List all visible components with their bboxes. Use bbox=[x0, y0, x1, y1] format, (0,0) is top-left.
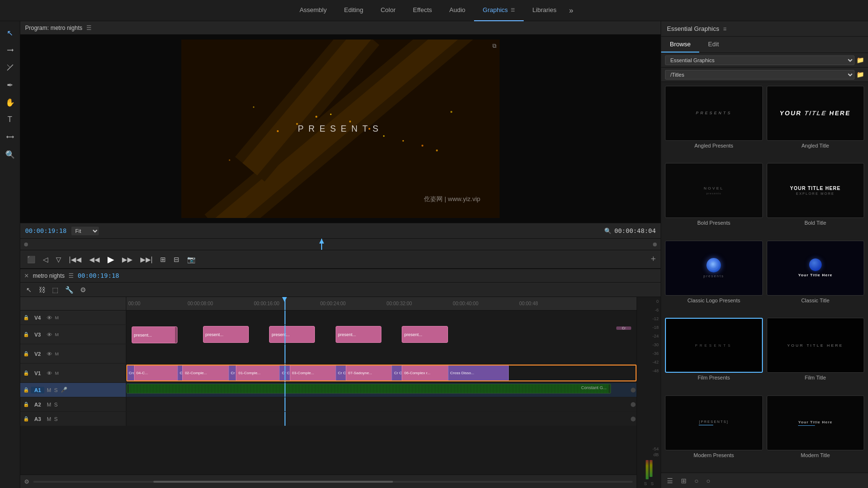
sync-a1[interactable]: M bbox=[46, 387, 52, 393]
vis-v3[interactable]: M bbox=[54, 332, 59, 338]
template-modern-title[interactable]: Your Title Here Modern Title bbox=[767, 395, 865, 469]
track-a1-clips[interactable]: Constant G... bbox=[126, 383, 637, 397]
nav-item-editing[interactable]: Editing bbox=[335, 0, 372, 21]
clip-v1-03[interactable]: 03-Comple... bbox=[290, 365, 341, 381]
track-a2-clips[interactable] bbox=[126, 397, 637, 411]
eye-v1[interactable]: 👁 bbox=[46, 370, 53, 377]
mic-a1[interactable]: 🎤 bbox=[60, 386, 68, 393]
lock-v3[interactable]: 🔒 bbox=[23, 332, 29, 337]
type-tool-btn[interactable]: T bbox=[2, 112, 18, 127]
mute-a2[interactable]: S bbox=[54, 401, 58, 408]
meter-s2-btn[interactable]: S bbox=[651, 481, 654, 486]
magnifier-icon[interactable]: 🔍 bbox=[604, 228, 611, 234]
eye-v2[interactable]: 👁 bbox=[46, 351, 53, 357]
go-to-out-btn[interactable]: ▶▶| bbox=[138, 254, 155, 265]
nav-item-effects[interactable]: Effects bbox=[404, 0, 441, 21]
mark-out-btn[interactable]: ◁ bbox=[41, 254, 50, 265]
template-angled-presents[interactable]: PRESENTS Angled Presents bbox=[665, 86, 763, 159]
tl-select-tool[interactable]: ↖ bbox=[24, 285, 34, 295]
meter-s1-btn[interactable]: S bbox=[644, 481, 647, 486]
timeline-menu-btn[interactable]: ☰ bbox=[68, 272, 74, 279]
lock-a2[interactable]: 🔒 bbox=[23, 402, 29, 407]
nav-more-button[interactable]: » bbox=[565, 6, 577, 15]
hand-tool-btn[interactable]: ✋ bbox=[2, 95, 18, 110]
fit-select[interactable]: Fit 25% 50% 100% bbox=[71, 227, 99, 235]
tl-link-btn[interactable]: ⛓ bbox=[37, 285, 47, 295]
go-to-in-btn[interactable]: |◀◀ bbox=[67, 254, 83, 265]
panel-circle-2-btn[interactable]: ○ bbox=[704, 476, 712, 486]
audio-clip-a1[interactable]: Constant G... bbox=[126, 384, 611, 393]
step-forward-btn[interactable]: ▶▶ bbox=[120, 254, 135, 265]
template-angled-title[interactable]: YOUR TITLE HERE Angled Title bbox=[767, 86, 865, 159]
template-film-presents[interactable]: PRESENTS Film Presents bbox=[665, 318, 763, 391]
monitor-menu-icon[interactable]: ☰ bbox=[86, 25, 92, 31]
vis-v1[interactable]: M bbox=[54, 370, 59, 376]
track-select-tool-btn[interactable] bbox=[2, 42, 18, 58]
clip-v3-1[interactable]: present... bbox=[132, 326, 177, 343]
eye-v4[interactable]: 👁 bbox=[46, 314, 53, 321]
track-end-marker-a1[interactable] bbox=[631, 388, 636, 393]
clip-v3-5[interactable]: present... bbox=[402, 326, 448, 343]
track-end-marker-a2[interactable] bbox=[631, 402, 636, 407]
export-frame-btn[interactable]: 📷 bbox=[185, 254, 197, 265]
panel-menu-btn[interactable]: ≡ bbox=[723, 26, 726, 32]
clip-v1-06[interactable]: 06-Complex r... bbox=[402, 365, 453, 381]
track-end-marker-a3[interactable] bbox=[631, 417, 636, 421]
sync-a3[interactable]: M bbox=[46, 416, 52, 422]
nav-item-graphics[interactable]: Graphics ☰ bbox=[474, 0, 524, 21]
folder-icon-2[interactable]: 📁 bbox=[856, 71, 864, 78]
template-bold-title[interactable]: YOUR TITLE HERE EXPLORE MORE Bold Title bbox=[767, 163, 865, 236]
graphics-source-select[interactable]: Essential Graphics Local Templates Folde… bbox=[665, 55, 854, 65]
monitor-timeline-ruler[interactable] bbox=[20, 238, 661, 250]
mute-a3[interactable]: S bbox=[54, 416, 58, 422]
folder-icon[interactable]: 📁 bbox=[856, 56, 864, 64]
lock-v4[interactable]: 🔒 bbox=[23, 315, 29, 320]
template-classic-title[interactable]: Your Title Here Classic Title bbox=[767, 241, 865, 314]
nav-item-color[interactable]: Color bbox=[372, 0, 404, 21]
insert-btn[interactable]: ⊞ bbox=[158, 254, 168, 265]
nav-item-assembly[interactable]: Assembly bbox=[291, 0, 335, 21]
track-a3-clips[interactable] bbox=[126, 412, 637, 426]
track-v3-clips[interactable]: present... present... present... bbox=[126, 325, 637, 344]
track-v2-clips[interactable] bbox=[126, 344, 637, 363]
mark-clip-btn[interactable]: ▽ bbox=[54, 254, 63, 265]
panel-circle-1-btn[interactable]: ○ bbox=[692, 476, 700, 486]
vis-v4[interactable]: M bbox=[54, 315, 59, 321]
selection-tool-btn[interactable]: ↖ bbox=[2, 25, 18, 41]
zoom-tool-btn[interactable]: 🔍 bbox=[2, 147, 18, 162]
timeline-settings-btn[interactable]: ⚙ bbox=[24, 478, 29, 485]
tl-nest-btn[interactable]: ⬚ bbox=[50, 285, 60, 295]
panel-grid-view-btn[interactable]: ⊞ bbox=[679, 476, 689, 486]
pen-tool-btn[interactable]: ✒ bbox=[2, 77, 18, 93]
track-v4-clips[interactable] bbox=[126, 311, 637, 325]
step-back-btn[interactable]: ◀◀ bbox=[87, 254, 102, 265]
clip-v3-2[interactable]: present... bbox=[203, 326, 249, 343]
nav-item-libraries[interactable]: Libraries bbox=[524, 0, 565, 21]
mark-in-btn[interactable]: ⬛ bbox=[25, 254, 37, 265]
tl-marker-btn[interactable]: 🔧 bbox=[63, 285, 75, 295]
lock-v2[interactable]: 🔒 bbox=[23, 351, 29, 356]
lock-v1[interactable]: 🔒 bbox=[23, 370, 29, 376]
slip-tool-btn[interactable] bbox=[2, 129, 18, 145]
titles-path-select[interactable]: /Titles /Lower Thirds /Backgrounds bbox=[665, 70, 854, 80]
sync-a2[interactable]: M bbox=[46, 401, 52, 408]
clip-v1-02[interactable]: 02-Comple... bbox=[182, 365, 233, 381]
tab-edit[interactable]: Edit bbox=[699, 37, 727, 53]
razor-tool-btn[interactable] bbox=[2, 60, 18, 75]
vis-v2[interactable]: M bbox=[54, 351, 59, 357]
lock-a1[interactable]: 🔒 bbox=[23, 387, 29, 393]
tab-browse[interactable]: Browse bbox=[661, 37, 699, 53]
tl-settings-btn[interactable]: ⚙ bbox=[78, 285, 88, 295]
eye-v3[interactable]: 👁 bbox=[46, 331, 53, 338]
lock-a3[interactable]: 🔒 bbox=[23, 416, 29, 421]
clip-v1-07s[interactable]: 07-Sadoyne... bbox=[346, 365, 397, 381]
template-film-title[interactable]: YOUR TITLE HERE Film Title bbox=[767, 318, 865, 391]
clip-v3-3[interactable]: present... bbox=[269, 326, 315, 343]
template-classic-logo-presents[interactable]: presents Classic Logo Presents bbox=[665, 241, 763, 314]
panel-list-view-btn[interactable]: ☰ bbox=[665, 476, 675, 486]
overwrite-btn[interactable]: ⊟ bbox=[172, 254, 181, 265]
add-transport-btn[interactable]: + bbox=[651, 254, 656, 264]
template-modern-presents[interactable]: [presents] Modern Presents bbox=[665, 395, 763, 469]
play-btn[interactable]: ▶ bbox=[106, 252, 116, 267]
clip-v1-cross-disso[interactable]: Cross Disso... bbox=[448, 365, 509, 381]
